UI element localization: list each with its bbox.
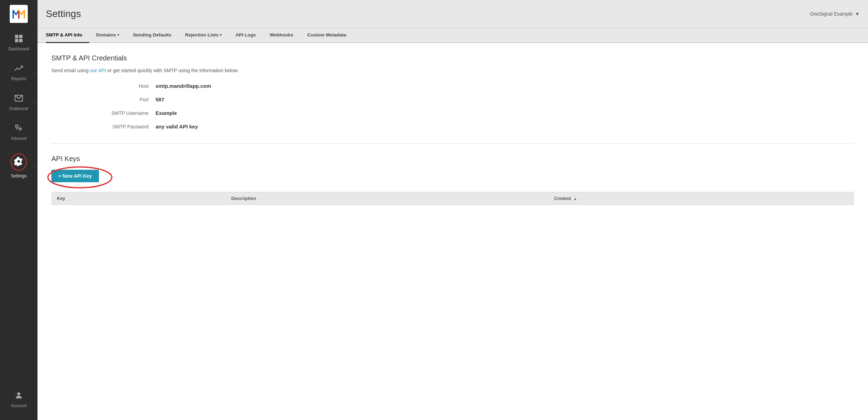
credentials-intro: Send email using our API or get started … [51,68,854,73]
our-api-link[interactable]: our API [90,68,106,73]
account-chevron-icon: ▼ [855,11,860,17]
rejection-lists-chevron-icon: ▾ [220,33,222,37]
cred-value-smtp-password: any valid API key [156,124,198,129]
sidebar-item-label-account: Account [11,403,27,408]
page-body: SMTP & API Credentials Send email using … [37,43,868,420]
api-keys-section-title: API Keys [51,155,854,163]
sidebar-item-outbound[interactable]: Outbound › [0,87,37,117]
main-content: Settings OneSignal Example ▼ SMTP & API … [37,0,868,420]
svg-rect-4 [19,39,23,42]
subnav-item-domains[interactable]: Domains ▾ [89,28,126,43]
subnav-item-webhooks[interactable]: Webhooks [263,28,300,43]
svg-rect-1 [15,35,18,38]
sidebar-item-label-settings: Settings [11,174,27,178]
reports-icon [14,64,23,74]
page-header: Settings OneSignal Example ▼ [37,0,868,28]
account-icon [14,391,23,401]
sidebar-item-settings[interactable]: Settings › [0,147,37,185]
sidebar-logo [0,0,37,28]
svg-rect-3 [15,39,18,42]
sidebar-item-reports[interactable]: Reports › [0,58,37,87]
cred-label-smtp-password: SMTP Password [93,124,156,129]
page-title: Settings [46,8,81,19]
subnav-item-sending-defaults[interactable]: Sending Defaults [126,28,178,43]
api-table-col-description: Description [226,192,549,205]
account-menu[interactable]: OneSignal Example ▼ [810,11,860,17]
dashboard-icon [14,34,23,44]
domains-chevron-icon: ▾ [117,33,119,37]
created-sort-icon: ▲ [574,197,577,201]
outbound-icon [14,94,23,104]
subnav-item-smtp-api-info[interactable]: SMTP & API Info [46,28,89,43]
section-divider [51,143,854,144]
subnav-item-custom-metadata[interactable]: Custom Metadata [300,28,353,43]
cred-value-smtp-username: Example [156,110,177,116]
cred-label-smtp-username: SMTP Username [93,110,156,116]
settings-icon [14,159,23,168]
inbound-icon [14,124,23,134]
credentials-table: Host smtp.mandrillapp.com Port 587 SMTP … [93,83,854,129]
subnav-item-api-logs[interactable]: API Logs [228,28,263,43]
cred-value-host: smtp.mandrillapp.com [156,83,211,89]
api-table-col-key: Key [51,192,226,205]
outbound-chevron-icon: › [34,101,35,104]
sidebar-item-label-reports: Reports [11,76,26,81]
cred-row-smtp-password: SMTP Password any valid API key [93,124,854,129]
sidebar: Dashboard Reports › Outbound › Inbound S… [0,0,37,420]
sidebar-item-label-dashboard: Dashboard [8,47,30,51]
api-keys-table: Key Description Created ▲ [51,192,854,205]
settings-icon-wrap [11,153,27,171]
cred-label-host: Host [93,83,156,89]
cred-value-port: 587 [156,96,164,102]
new-api-key-container: + New API Key [51,170,99,182]
new-api-key-button[interactable]: + New API Key [51,170,99,182]
cred-label-port: Port [93,97,156,102]
reports-chevron-icon: › [34,71,35,75]
sidebar-item-dashboard[interactable]: Dashboard [0,28,37,58]
cred-row-host: Host smtp.mandrillapp.com [93,83,854,89]
account-name: OneSignal Example [810,11,853,17]
credentials-section-title: SMTP & API Credentials [51,54,854,62]
sidebar-item-label-inbound: Inbound [11,136,27,141]
sidebar-item-account[interactable]: Account [0,385,37,414]
cred-row-port: Port 587 [93,96,854,102]
sidebar-item-inbound[interactable]: Inbound [0,117,37,147]
api-table-col-created[interactable]: Created ▲ [549,192,854,205]
sidebar-item-label-outbound: Outbound [9,106,28,111]
svg-point-6 [17,392,20,395]
api-table-header-row: Key Description Created ▲ [51,192,854,205]
cred-row-smtp-username: SMTP Username Example [93,110,854,116]
svg-rect-2 [19,35,23,38]
subnav: SMTP & API Info Domains ▾ Sending Defaul… [37,28,868,43]
settings-chevron-icon: › [34,164,35,168]
mandrill-logo-icon [10,5,28,23]
subnav-item-rejection-lists[interactable]: Rejection Lists ▾ [178,28,228,43]
